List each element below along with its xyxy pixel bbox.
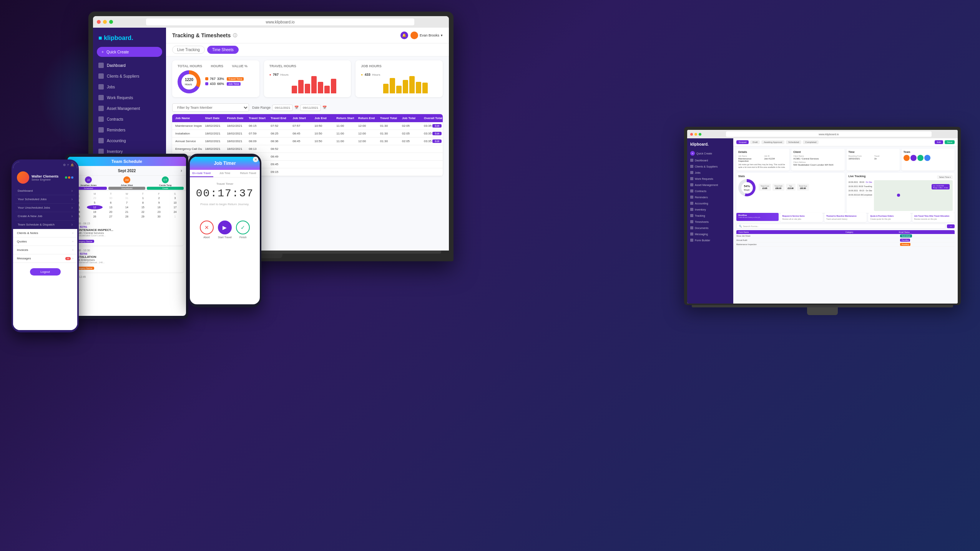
mon-tab-scoped[interactable]: Scoped xyxy=(736,140,749,144)
date-from-input[interactable]: 09/11/2021 xyxy=(272,105,293,111)
cal-day[interactable]: 30 xyxy=(151,214,167,219)
cal-day[interactable]: 7 xyxy=(119,201,135,205)
url-bar[interactable]: www.klipboard.io xyxy=(146,18,414,25)
calendar-icon[interactable]: 📅 xyxy=(294,106,299,110)
sidebar-item-clients[interactable]: Clients & Suppliers xyxy=(93,71,166,81)
mon-sidebar-dashboard[interactable]: Dashboard xyxy=(687,157,733,163)
cal-day[interactable]: 19 xyxy=(87,210,103,214)
team-member-filter[interactable]: Filter by Team Member xyxy=(172,103,249,112)
logout-button[interactable]: Logout xyxy=(30,268,61,276)
cal-day[interactable]: 14 xyxy=(119,205,135,209)
user-menu[interactable]: Evan Brooks ▾ xyxy=(410,32,443,39)
maximize-dot[interactable] xyxy=(109,20,113,24)
mon-tab-draft[interactable]: Draft xyxy=(750,140,760,144)
cal-day[interactable]: 13 xyxy=(103,205,119,209)
calendar-next-button[interactable]: › xyxy=(181,168,182,173)
help-icon[interactable]: ? xyxy=(67,163,69,167)
cal-day[interactable]: 28 xyxy=(119,214,135,219)
monitor-url-bar[interactable]: www.klipboard.io xyxy=(726,131,932,137)
mon-tab-awaiting[interactable]: Awaiting Approval xyxy=(761,140,784,144)
sidebar-item-work-requests[interactable]: Work Requests xyxy=(93,92,166,103)
cal-day[interactable]: 20 xyxy=(103,210,119,214)
mon-sidebar-clients[interactable]: Clients & Suppliers xyxy=(687,163,733,169)
minimize-dot[interactable] xyxy=(694,133,697,136)
mon-sidebar-messaging[interactable]: Messaging xyxy=(687,231,733,237)
cal-day[interactable]: 9 xyxy=(151,201,167,205)
mobile-nav-unscheduled-jobs[interactable]: Your Unscheduled Jobs › xyxy=(15,204,75,212)
mobile-nav-invoices[interactable]: Invoices › xyxy=(13,246,77,254)
mon-sidebar-timesheets[interactable]: Timesheets xyxy=(687,219,733,225)
cal-day[interactable]: 21 xyxy=(119,210,135,214)
mon-sidebar-documents[interactable]: Documents xyxy=(687,225,733,231)
mon-sidebar-inventory[interactable]: Inventory xyxy=(687,206,733,212)
mon-sidebar-jobs[interactable]: Jobs xyxy=(687,169,733,176)
start-travel-action[interactable]: ▶ Start Travel xyxy=(218,221,232,239)
mon-sidebar-work-requests[interactable]: Work Requests xyxy=(687,176,733,182)
mon-sidebar-reminders[interactable]: Reminders xyxy=(687,194,733,200)
mobile-nav-quotes[interactable]: Quotes › xyxy=(13,237,77,246)
mon-sidebar-accounting[interactable]: Accounting xyxy=(687,200,733,206)
cal-day[interactable]: 23 xyxy=(151,210,167,214)
mobile-nav-messages[interactable]: Messages 05 › xyxy=(13,254,77,263)
calendar-icon-2[interactable]: 📅 xyxy=(322,106,327,110)
tab-time-sheets[interactable]: Time Sheets xyxy=(207,46,239,54)
mon-tab-scheduled[interactable]: Scheduled xyxy=(786,140,801,144)
mobile-nav-scheduled-jobs[interactable]: Your Scheduled Jobs › xyxy=(15,195,75,204)
cal-day[interactable]: 10 xyxy=(167,201,183,205)
mobile-nav-create-job[interactable]: Create A New Job › xyxy=(15,212,75,221)
cal-day[interactable]: 5 xyxy=(87,201,103,205)
cal-day[interactable]: 6 xyxy=(103,201,119,205)
bell-icon[interactable]: 🔔 xyxy=(70,163,74,167)
sidebar-item-accounting[interactable]: Accounting xyxy=(93,135,166,146)
sidebar-item-quick-create[interactable]: ＋ Quick Create xyxy=(97,47,162,57)
cal-day[interactable]: 3 xyxy=(167,196,183,200)
save-button[interactable]: Save xyxy=(945,140,955,144)
cal-day[interactable]: 8 xyxy=(135,201,151,205)
mobile-nav-clients[interactable]: Clients & Notes › xyxy=(13,229,77,237)
sidebar-item-contracts[interactable]: Contracts xyxy=(93,114,166,124)
settings-icon[interactable]: ⚙ xyxy=(63,163,66,167)
date-to-input[interactable]: 09/11/2021 xyxy=(300,105,321,111)
abort-action[interactable]: ✕ Abort xyxy=(200,221,214,239)
edit-button[interactable]: Edit xyxy=(935,140,943,144)
tab-job-time[interactable]: Job Time xyxy=(213,170,237,177)
cal-day[interactable]: 16 xyxy=(151,205,167,209)
close-button[interactable]: ✕ xyxy=(253,157,258,162)
select-time-filter[interactable]: Select Time ▾ xyxy=(937,175,953,179)
sidebar-item-reminders[interactable]: Reminders xyxy=(93,124,166,135)
mon-sidebar-quick-create[interactable]: + Quick Create xyxy=(687,149,733,157)
close-dot[interactable] xyxy=(690,133,693,136)
tab-en-route[interactable]: En-route Travel xyxy=(190,170,213,177)
cal-day[interactable]: 26 xyxy=(87,214,103,219)
mon-sidebar-contracts[interactable]: Contracts xyxy=(687,188,733,194)
add-form-button[interactable]: + xyxy=(947,224,955,228)
cal-day[interactable]: 15 xyxy=(135,205,151,209)
cal-day[interactable]: 24 xyxy=(167,210,183,214)
mobile-nav-dashboard[interactable]: Dashboard › xyxy=(15,187,75,195)
sidebar-item-dashboard[interactable]: Dashboard xyxy=(93,60,166,71)
finish-action[interactable]: ✓ Finish xyxy=(236,221,250,239)
form-search-input[interactable]: 🔍 Search Forms... xyxy=(736,224,945,229)
tab-return-travel[interactable]: Return Travel xyxy=(236,170,260,177)
sidebar-item-jobs[interactable]: Jobs xyxy=(93,81,166,92)
cal-day[interactable]: 1 xyxy=(135,196,151,200)
cal-day[interactable]: 27 xyxy=(103,214,119,219)
minimize-dot[interactable] xyxy=(103,20,107,24)
maximize-dot[interactable] xyxy=(699,133,701,136)
cal-day[interactable]: 17 xyxy=(167,205,183,209)
notifications-icon[interactable]: 🔔 xyxy=(400,32,408,39)
cal-day-today[interactable]: 12 xyxy=(87,205,103,209)
edit-button[interactable]: Edit xyxy=(432,139,442,143)
tab-live-tracking[interactable]: Live Tracking xyxy=(172,46,205,54)
cal-day[interactable]: 2 xyxy=(151,196,167,200)
cal-day[interactable]: 29 xyxy=(135,214,151,219)
close-dot[interactable] xyxy=(97,20,101,24)
mon-sidebar-asset[interactable]: Asset Management xyxy=(687,182,733,188)
sidebar-item-asset[interactable]: Asset Management xyxy=(93,103,166,114)
mon-tab-completed[interactable]: Completed xyxy=(803,140,819,144)
cal-day[interactable]: 22 xyxy=(135,210,151,214)
edit-button[interactable]: Edit xyxy=(432,124,442,128)
mon-sidebar-tracking[interactable]: Tracking xyxy=(687,212,733,219)
edit-button[interactable]: Edit xyxy=(432,132,442,135)
list-item[interactable]: 09:00 - 10:30 Job 53794 INSTALLATION Ran… xyxy=(70,247,184,272)
